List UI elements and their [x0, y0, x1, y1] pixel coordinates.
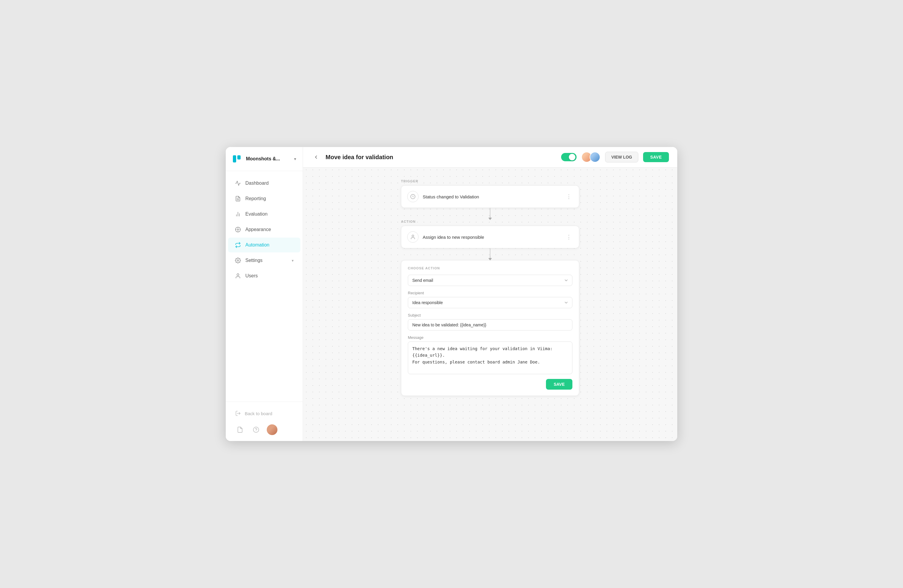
recipient-field: Recipient Idea responsible — [408, 291, 573, 308]
back-to-board-link[interactable]: Back to board — [232, 407, 297, 420]
sidebar-item-users[interactable]: Users — [228, 269, 300, 283]
bar-chart-icon — [234, 211, 241, 217]
sidebar-item-label: Evaluation — [245, 211, 267, 217]
user-icon — [234, 273, 241, 279]
trigger-card: Status changed to Validation ⋮ — [401, 185, 579, 208]
svg-rect-1 — [238, 155, 241, 159]
sidebar-item-dashboard[interactable]: Dashboard — [228, 176, 300, 191]
company-name: Moonshots &... — [246, 156, 291, 162]
svg-point-8 — [238, 229, 239, 230]
save-top-button[interactable]: SAVE — [643, 152, 669, 162]
settings-chevron-icon: ▾ — [292, 258, 294, 263]
trigger-menu-button[interactable]: ⋮ — [565, 192, 573, 201]
sidebar: Moonshots &... ▾ Dashboard Reporting — [226, 147, 303, 441]
sidebar-item-appearance[interactable]: Appearance — [228, 222, 300, 237]
subject-field: Subject — [408, 313, 573, 330]
trigger-section: TRIGGER Status changed to Validation ⋮ — [401, 179, 579, 208]
svg-point-12 — [253, 427, 259, 432]
chart-line-icon — [234, 180, 241, 187]
save-bottom-row: SAVE — [408, 379, 573, 390]
sidebar-item-label: Settings — [245, 258, 263, 263]
save-bottom-button[interactable]: SAVE — [546, 379, 573, 390]
docs-icon-btn[interactable] — [234, 424, 245, 435]
sidebar-item-evaluation[interactable]: Evaluation — [228, 207, 300, 222]
back-to-board-label: Back to board — [245, 411, 272, 416]
app-logo — [232, 154, 242, 164]
trigger-text: Status changed to Validation — [423, 194, 560, 199]
sidebar-item-label: Dashboard — [245, 181, 269, 186]
sidebar-item-label: Automation — [245, 242, 269, 248]
topbar: Move idea for validation VIEW LOG SAVE — [303, 147, 677, 168]
settings-icon — [234, 257, 241, 264]
sidebar-item-settings[interactable]: Settings ▾ — [228, 253, 300, 268]
page-title: Move idea for validation — [326, 154, 556, 161]
sidebar-item-reporting[interactable]: Reporting — [228, 191, 300, 206]
sidebar-nav: Dashboard Reporting Evaluation — [226, 171, 303, 401]
topbar-avatars — [581, 152, 600, 162]
subject-label: Subject — [408, 313, 573, 318]
automation-toggle[interactable] — [561, 153, 577, 161]
svg-point-9 — [238, 260, 239, 261]
recipient-select[interactable]: Idea responsible — [408, 297, 573, 308]
sidebar-item-label: Appearance — [245, 227, 271, 232]
company-dropdown-icon[interactable]: ▾ — [294, 157, 296, 161]
sidebar-item-automation[interactable]: Automation — [228, 237, 300, 252]
action-section: ACTION Assign idea to new responsible ⋮ — [401, 220, 579, 248]
trigger-icon — [407, 191, 418, 202]
sidebar-bottom: Back to board — [226, 401, 303, 441]
file-text-icon — [234, 195, 241, 202]
back-button[interactable] — [311, 153, 321, 162]
workflow-inner: TRIGGER Status changed to Validation ⋮ A… — [401, 179, 579, 396]
trigger-label: TRIGGER — [401, 179, 418, 183]
help-icon-btn[interactable] — [251, 424, 261, 435]
recipient-label: Recipient — [408, 291, 573, 295]
avatar-2[interactable] — [590, 152, 600, 162]
sidebar-footer — [232, 421, 297, 435]
svg-point-15 — [412, 235, 414, 237]
svg-point-10 — [237, 274, 239, 276]
palette-icon — [234, 226, 241, 233]
message-field: Message — [408, 335, 573, 374]
choose-action-card: CHOOSE ACTION Send email Recipient Idea … — [401, 260, 579, 396]
action-type-select[interactable]: Send email — [408, 275, 573, 286]
action-menu-button[interactable]: ⋮ — [565, 233, 573, 241]
action-icon — [407, 231, 418, 243]
subject-input[interactable] — [408, 319, 573, 330]
view-log-button[interactable]: VIEW LOG — [605, 152, 638, 162]
svg-rect-0 — [233, 155, 236, 162]
user-avatar[interactable] — [267, 424, 277, 435]
sidebar-header: Moonshots &... ▾ — [226, 147, 303, 171]
connector-2 — [490, 248, 491, 260]
exit-icon — [234, 410, 241, 417]
automation-icon — [234, 242, 241, 248]
choose-action-title: CHOOSE ACTION — [408, 266, 573, 270]
action-text: Assign idea to new responsible — [423, 234, 560, 240]
connector-1 — [490, 208, 491, 220]
action-label: ACTION — [401, 220, 415, 223]
message-textarea[interactable] — [408, 341, 573, 374]
message-label: Message — [408, 335, 573, 340]
choose-action-section: CHOOSE ACTION Send email Recipient Idea … — [401, 260, 579, 396]
main-content: Move idea for validation VIEW LOG SAVE — [303, 147, 677, 441]
sidebar-item-label: Users — [245, 273, 258, 278]
sidebar-item-label: Reporting — [245, 196, 266, 201]
action-card: Assign idea to new responsible ⋮ — [401, 226, 579, 248]
workflow-area: TRIGGER Status changed to Validation ⋮ A… — [303, 168, 677, 441]
